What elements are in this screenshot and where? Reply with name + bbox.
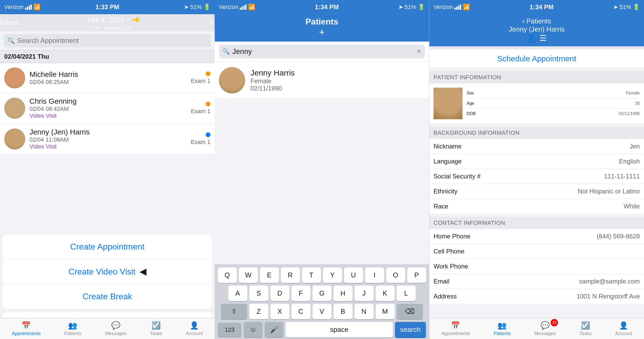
search-clear-button[interactable]: ✕ [416, 48, 421, 55]
messages-tab-icon: 💬 [111, 321, 120, 330]
key-j[interactable]: J [355, 286, 374, 301]
create-video-visit-button[interactable]: Create Video Visit ◀ [3, 259, 212, 284]
tab-account[interactable]: 👤 Account [186, 321, 203, 336]
location-icon2: ➤ [398, 4, 403, 11]
key-numbers[interactable]: 123 [218, 323, 242, 337]
apt-info-chris: Chris Genning 02/04 08:42AM Video Visit [29, 97, 187, 119]
language-value: English [619, 158, 640, 165]
key-s[interactable]: S [249, 286, 268, 301]
key-p[interactable]: P [407, 267, 426, 283]
key-l[interactable]: L [397, 286, 416, 301]
key-n[interactable]: N [355, 304, 374, 319]
key-h[interactable]: H [334, 286, 353, 301]
key-t[interactable]: T [302, 267, 321, 283]
apt-right: Exam 1 [191, 102, 210, 115]
key-m[interactable]: M [376, 304, 395, 319]
apt-name: Chris Genning [29, 97, 187, 106]
key-mic[interactable]: 🎤 [265, 322, 284, 337]
key-v[interactable]: V [313, 304, 331, 319]
patients-title: Patients [305, 17, 338, 27]
key-g[interactable]: G [313, 286, 331, 301]
key-emoji[interactable]: ☺ [244, 322, 263, 337]
key-f[interactable]: F [291, 286, 310, 301]
key-i[interactable]: I [365, 267, 384, 283]
key-shift[interactable]: ⇧ [221, 304, 247, 319]
signal-icon3 [454, 4, 461, 10]
avatar-michelle [4, 67, 25, 88]
patient-detail-header: ‹ Patients Jenny (Jen) Harris 👤 ☰ [429, 14, 644, 46]
menu-icon[interactable]: ☰ [540, 33, 547, 43]
tab-tasks[interactable]: ☑️ Tasks [150, 321, 162, 336]
key-w[interactable]: W [239, 267, 258, 283]
tab-messages[interactable]: 💬 Messages [105, 321, 127, 336]
key-o[interactable]: O [386, 267, 405, 283]
wifi-icon3: 📶 [463, 4, 470, 11]
patient-search-input[interactable] [232, 47, 414, 56]
key-y[interactable]: Y [323, 267, 342, 283]
signal-icon [25, 4, 32, 10]
carrier-label: Verizon [4, 4, 23, 11]
keyboard-row-3: ⇧ Z X C V B N M ⌫ [216, 304, 427, 319]
field-email: Email sample@sample.com [429, 274, 644, 289]
field-language: Language English [429, 154, 644, 169]
tab-patients[interactable]: 👥 Patients [64, 321, 81, 336]
apt-right: Exam 1 [191, 71, 210, 84]
add-patient-button[interactable]: + [319, 27, 325, 38]
create-break-button[interactable]: Create Break [3, 284, 212, 309]
battery-icon: 🔋 [203, 4, 210, 11]
home-phone-value: (844) 569-8628 [597, 233, 640, 240]
age-label: Age [467, 101, 474, 106]
race-label: Race [434, 203, 448, 210]
key-d[interactable]: D [270, 286, 289, 301]
key-e[interactable]: E [260, 267, 279, 283]
exam-label: Exam 1 [191, 78, 210, 84]
dob-label: DOB [467, 111, 476, 116]
account-tab-label: Account [186, 331, 203, 336]
add-appointment-button[interactable]: + [209, 17, 214, 28]
filters-label[interactable]: Filters [0, 19, 19, 27]
schedule-appointment-link[interactable]: Schedule Appointment [429, 49, 644, 68]
tab-appointments[interactable]: 📅 Appointments [12, 321, 41, 336]
key-z[interactable]: Z [249, 304, 268, 319]
tab-tasks-p3[interactable]: ☑️ Tasks [580, 321, 592, 336]
account-tab-icon-p3: 👤 [619, 321, 628, 330]
key-u[interactable]: U [344, 267, 363, 283]
search-button[interactable]: search [395, 322, 426, 337]
work-phone-label: Work Phone [434, 263, 468, 270]
key-r[interactable]: R [281, 267, 300, 283]
create-appointment-button[interactable]: Create Appointment [3, 235, 212, 259]
tab-account-p3[interactable]: 👤 Account [615, 321, 632, 336]
date-text[interactable]: Feb 4, 2021 [88, 16, 124, 24]
key-a[interactable]: A [228, 286, 247, 301]
tasks-tab-icon: ☑️ [152, 321, 161, 330]
tab-patients-p3[interactable]: 👥 Patients [494, 321, 511, 336]
location-icon: ➤ [184, 4, 189, 11]
key-q[interactable]: Q [218, 267, 237, 283]
key-c[interactable]: C [291, 304, 310, 319]
appointment-item[interactable]: Jenny (Jen) Harris 02/04 11:08AM Video V… [0, 124, 215, 154]
age-value: 30 [635, 101, 640, 106]
background-information-section: BACKGROUND INFORMATION Nickname Jen Lang… [429, 127, 644, 214]
back-button[interactable]: ‹ Patients [522, 17, 551, 25]
key-x[interactable]: X [270, 304, 289, 319]
field-sex: Sex Female [467, 88, 640, 98]
appointment-item[interactable]: Chris Genning 02/04 08:42AM Video Visit … [0, 93, 215, 124]
tab-messages-p3[interactable]: 💬 15 Messages [534, 321, 556, 336]
apt-name: Jenny (Jen) Harris [29, 128, 187, 136]
patient-result-item[interactable]: Jenny Harris Female 02/11/1990 [215, 62, 429, 99]
panel-patient-detail: Verizon 📶 1:34 PM ➤ 51% 🔋 ‹ Patients Jen… [429, 0, 644, 339]
tab-appointments-p3[interactable]: 📅 Appointments [441, 321, 470, 336]
wifi-icon: 📶 [33, 4, 41, 11]
appointment-item[interactable]: Michelle Harris 02/04 08:25AM Exam 1 [0, 63, 215, 93]
background-info-body: Nickname Jen Language English Social Sec… [429, 139, 644, 214]
field-ethnicity: Ethnicity Not Hispanic or Latino [429, 184, 644, 199]
ethnicity-label: Ethnicity [434, 188, 457, 195]
key-b[interactable]: B [334, 304, 353, 319]
account-tab-label-p3: Account [615, 331, 632, 336]
search-appointment-input[interactable] [17, 37, 207, 45]
panel-appointments: Verizon 📶 1:33 PM ➤ 51% 🔋 Filters Feb 4,… [0, 0, 215, 339]
key-k[interactable]: K [376, 286, 395, 301]
key-space[interactable]: space [286, 322, 393, 337]
status-left3: Verizon 📶 [434, 4, 470, 11]
key-backspace[interactable]: ⌫ [397, 304, 423, 319]
